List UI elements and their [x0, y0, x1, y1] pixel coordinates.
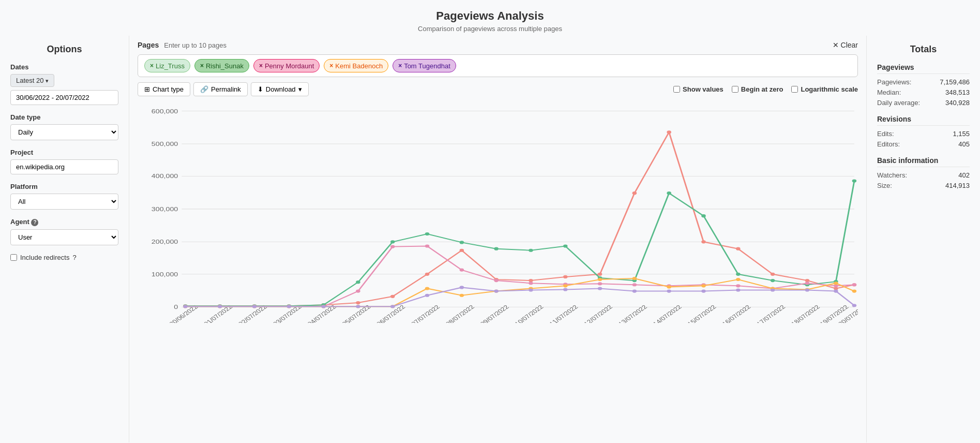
svg-text:13/07/2022: 13/07/2022	[617, 304, 649, 323]
svg-point-133	[667, 290, 671, 293]
svg-point-135	[736, 288, 741, 291]
svg-point-136	[771, 288, 775, 291]
tag-tom-tugendhat: × Tom Tugendhat	[393, 59, 456, 72]
date-range-input[interactable]	[10, 90, 118, 105]
dates-badge[interactable]: Latest 20	[10, 74, 54, 87]
svg-text:600,000: 600,000	[152, 108, 178, 114]
svg-point-90	[632, 283, 637, 286]
basic-info-section: Basic information Watchers: 402 Size: 41…	[877, 156, 970, 189]
redirects-checkbox-label[interactable]: Include redirects ?	[10, 254, 118, 261]
platform-label: Platform	[10, 183, 118, 190]
svg-point-76	[852, 180, 857, 183]
revisions-section-title: Revisions	[877, 115, 970, 126]
agent-select[interactable]: User Spider All	[10, 229, 118, 245]
svg-point-73	[771, 279, 775, 282]
svg-point-138	[834, 290, 838, 293]
edits-value: 1,155	[953, 130, 970, 138]
pageviews-row: Pageviews: 7,159,486	[877, 78, 970, 86]
edits-row: Edits: 1,155	[877, 130, 970, 138]
svg-point-71	[701, 214, 706, 217]
show-values-checkbox[interactable]	[673, 86, 680, 93]
size-row: Size: 414,913	[877, 182, 970, 189]
toolbar: ⊞ Chart type 🔗 Permalink ⬇ Download ▾ Sh…	[138, 82, 858, 96]
project-input[interactable]	[10, 159, 118, 174]
size-label: Size:	[877, 182, 892, 189]
tag-rishi-sunak: × Rishi_Sunak	[194, 59, 249, 72]
begin-at-zero-label[interactable]: Begin at zero	[732, 85, 783, 93]
svg-point-123	[321, 305, 326, 308]
svg-point-89	[598, 282, 602, 285]
svg-text:12/07/2022: 12/07/2022	[582, 304, 614, 323]
logarithmic-label[interactable]: Logarithmic scale	[791, 85, 858, 93]
svg-point-86	[494, 279, 499, 282]
svg-point-51	[736, 247, 741, 250]
logarithmic-checkbox[interactable]	[791, 86, 798, 93]
chart-area: .grid-line { stroke: #e0e0e0; stroke-wid…	[138, 100, 858, 323]
redirects-checkbox[interactable]	[10, 254, 17, 261]
svg-point-87	[529, 282, 533, 285]
agent-group: Agent ? User Spider All	[10, 218, 118, 245]
redirects-help-icon[interactable]: ?	[72, 254, 76, 261]
svg-point-97	[852, 283, 857, 286]
page-title: Pageviews Analysis	[0, 9, 980, 23]
edits-label: Edits:	[877, 130, 894, 138]
svg-point-111	[632, 277, 637, 280]
svg-point-118	[852, 290, 857, 293]
platform-select[interactable]: All Desktop Mobile web Mobile app	[10, 194, 118, 210]
svg-point-95	[805, 282, 810, 285]
svg-point-120	[218, 305, 222, 308]
daily-avg-label: Daily average:	[877, 99, 920, 107]
chart-svg: .grid-line { stroke: #e0e0e0; stroke-wid…	[138, 100, 858, 323]
svg-point-49	[667, 130, 671, 134]
tag-remove-kemi-badenoch[interactable]: ×	[329, 62, 333, 69]
tag-remove-liz-truss[interactable]: ×	[150, 62, 154, 69]
svg-point-113	[701, 284, 706, 287]
svg-text:11/07/2022: 11/07/2022	[548, 304, 580, 323]
tag-kemi-badenoch: × Kemi Badenoch	[324, 59, 388, 72]
clear-x-icon: ✕	[833, 41, 839, 49]
download-button[interactable]: ⬇ Download ▾	[251, 82, 309, 96]
permalink-button[interactable]: 🔗 Permalink	[193, 82, 248, 96]
watchers-value: 402	[958, 171, 970, 179]
svg-point-62	[390, 240, 395, 243]
pageviews-section-title: Pageviews	[877, 63, 970, 74]
svg-point-70	[667, 191, 671, 195]
median-row: Median: 348,513	[877, 88, 970, 96]
revisions-section: Revisions Edits: 1,155 Editors: 405	[877, 115, 970, 148]
svg-point-43	[460, 249, 464, 252]
chart-type-button[interactable]: ⊞ Chart type	[138, 82, 190, 96]
svg-text:14/07/2022: 14/07/2022	[652, 304, 684, 323]
sidebar-title: Options	[10, 44, 118, 55]
svg-point-41	[390, 295, 395, 298]
tags-container: × Liz_Truss × Rishi_Sunak × Penny Mordau…	[138, 54, 858, 77]
agent-label: Agent ?	[10, 218, 118, 226]
svg-point-65	[494, 247, 499, 250]
date-type-select[interactable]: Daily Monthly Yearly	[10, 124, 118, 140]
tag-remove-penny-mordaunt[interactable]: ×	[259, 62, 263, 69]
pageviews-label: Pageviews:	[877, 78, 911, 86]
svg-point-64	[460, 241, 464, 244]
daily-avg-value: 340,928	[945, 99, 970, 107]
size-value: 414,913	[945, 182, 970, 189]
chart-options: Show values Begin at zero Logarithmic sc…	[673, 85, 858, 93]
begin-at-zero-checkbox[interactable]	[732, 86, 738, 93]
svg-text:10/07/2022: 10/07/2022	[513, 304, 545, 323]
agent-help-icon[interactable]: ?	[31, 219, 38, 226]
svg-text:400,000: 400,000	[152, 173, 178, 180]
show-values-label[interactable]: Show values	[673, 85, 723, 93]
tag-remove-rishi-sunak[interactable]: ×	[200, 62, 204, 69]
clear-button[interactable]: ✕ Clear	[833, 41, 858, 49]
chart-type-icon: ⊞	[144, 85, 150, 93]
svg-text:300,000: 300,000	[152, 206, 178, 213]
pages-bar: Pages Enter up to 10 pages ✕ Clear	[138, 41, 858, 49]
svg-point-114	[736, 278, 741, 281]
svg-point-110	[598, 278, 602, 281]
svg-point-112	[667, 285, 671, 288]
sidebar: Options Dates Latest 20 Date type Daily …	[0, 36, 129, 442]
svg-point-130	[563, 288, 568, 291]
tag-remove-tom-tugendhat[interactable]: ×	[398, 62, 402, 69]
watchers-label: Watchers:	[877, 171, 907, 179]
svg-point-128	[494, 290, 499, 293]
svg-point-139	[852, 304, 857, 307]
svg-point-63	[425, 232, 430, 235]
